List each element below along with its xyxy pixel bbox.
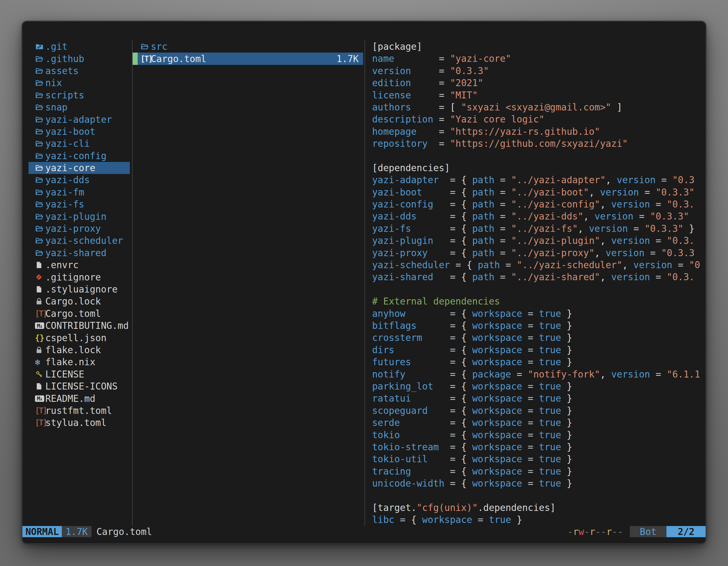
folder-row[interactable]: snap — [29, 101, 130, 113]
token-op: = — [500, 223, 511, 234]
file-row[interactable]: [T]rustfmt.toml — [29, 405, 130, 417]
token-string: "0.3.3 — [661, 248, 694, 259]
file-row[interactable]: [T]Cargo.toml — [29, 307, 130, 319]
token-op: = — [500, 175, 511, 186]
token-op: = — [639, 211, 650, 222]
file-row[interactable]: Cargo.lock — [29, 295, 130, 307]
file-row[interactable]: ❄flake.nix — [29, 356, 130, 368]
token-punct: { — [461, 223, 472, 234]
token-string: "0.3.3" — [650, 211, 689, 222]
token-op: = — [439, 102, 450, 113]
token-punct: { — [461, 429, 472, 440]
token-key: homepage — [372, 126, 439, 137]
folder-row[interactable]: yazi-fs — [29, 198, 130, 210]
folder-open-icon — [35, 224, 45, 233]
file-row[interactable]: [T]stylua.toml — [29, 417, 130, 429]
token-string: "0.3 — [672, 175, 694, 186]
token-op: = — [450, 429, 461, 440]
token-string: "../yazi-dds" — [511, 211, 583, 222]
token-op: = — [528, 332, 539, 343]
file-manager-content: .git.githubassetsnixscriptssnapyazi-adap… — [22, 41, 706, 526]
file-row[interactable]: M↓README.md — [29, 392, 130, 404]
permission-char: - — [617, 526, 623, 537]
token-op: = — [450, 381, 461, 392]
token-string: "6.1.1 — [667, 369, 700, 380]
token-punct: , — [600, 369, 611, 380]
folder-row[interactable]: yazi-fm — [29, 186, 130, 198]
token-key: workspace — [472, 454, 528, 464]
token-section: [target. — [372, 502, 417, 513]
file-row[interactable]: .gitignore — [29, 271, 130, 283]
folder-open-icon — [35, 127, 45, 136]
token-key: true — [539, 356, 567, 367]
file-row[interactable]: M↓CONTRIBUTING.md — [29, 319, 130, 332]
file-row[interactable]: {}cspell.json — [29, 332, 130, 344]
parent-file-list: .git.githubassetsnixscriptssnapyazi-adap… — [29, 41, 130, 429]
permission-char: w — [579, 526, 584, 537]
folder-row[interactable]: yazi-boot — [29, 126, 130, 138]
file-icon — [35, 261, 45, 269]
scroll-position-badge: Bot — [630, 526, 667, 537]
folder-row[interactable]: src — [133, 41, 363, 53]
token-key: libc — [372, 514, 400, 525]
token-string: "0.3. — [667, 199, 694, 210]
token-op: = — [439, 53, 450, 64]
folder-row[interactable]: .github — [29, 53, 130, 65]
token-string: "cfg(unix)" — [417, 502, 478, 513]
token-punct: { — [461, 393, 472, 404]
token-key: version — [595, 211, 639, 222]
file-row[interactable]: LICENSE-ICONS — [29, 380, 130, 392]
file-name: rustfmt.toml — [45, 405, 112, 416]
file-row[interactable]: flake.lock — [29, 344, 130, 356]
token-string: "../yazi-proxy" — [511, 248, 595, 259]
token-key: version — [611, 199, 656, 210]
folder-row[interactable]: nix — [29, 77, 130, 89]
file-row[interactable]: .styluaignore — [29, 283, 130, 295]
folder-row[interactable]: .git — [29, 41, 130, 53]
folder-row[interactable]: yazi-core — [29, 162, 130, 174]
preview-line: yazi-proxy = { path = "../yazi-proxy", v… — [372, 247, 706, 259]
file-row[interactable]: LICENSE — [29, 368, 130, 380]
folder-row[interactable]: yazi-adapter — [29, 113, 130, 125]
token-punct: { — [461, 187, 472, 198]
token-punct: , — [583, 211, 595, 222]
permission-char: r — [606, 526, 612, 537]
folder-row[interactable]: yazi-cli — [29, 138, 130, 150]
token-string: "0 — [689, 260, 700, 271]
preview-line: name = "yazi-core" — [372, 53, 706, 65]
file-size-badge: 1.7K — [62, 526, 91, 537]
token-key: name — [372, 53, 439, 64]
folder-open-icon — [35, 139, 45, 148]
file-name: flake.nix — [45, 356, 95, 367]
file-row[interactable]: .envrc — [29, 259, 130, 271]
folder-open-icon — [35, 236, 45, 245]
token-key: path — [472, 187, 500, 198]
token-punct: { — [461, 332, 472, 343]
token-punct: { — [461, 369, 472, 380]
folder-row[interactable]: yazi-dds — [29, 174, 130, 186]
folder-row[interactable]: yazi-plugin — [29, 210, 130, 222]
token-string: "../yazi-fs" — [511, 223, 578, 234]
token-section: [package] — [372, 41, 422, 52]
folder-row[interactable]: yazi-shared — [29, 247, 130, 259]
token-punct: { — [461, 466, 472, 477]
terminal-window: .git.githubassetsnixscriptssnapyazi-adap… — [22, 21, 706, 544]
folder-row[interactable]: scripts — [29, 89, 130, 101]
token-punct: , — [595, 248, 606, 259]
folder-row[interactable]: yazi-scheduler — [29, 235, 130, 247]
folder-open-icon — [35, 115, 45, 124]
preview-line: parking_lot = { workspace = true } — [372, 380, 706, 392]
preview-line — [372, 283, 706, 295]
folder-open-icon — [35, 152, 45, 160]
folder-row[interactable]: yazi-config — [29, 150, 130, 162]
token-op: = — [439, 138, 450, 149]
preview-line: yazi-scheduler = { path = "../yazi-sched… — [372, 259, 706, 271]
folder-row[interactable]: yazi-proxy — [29, 223, 130, 235]
file-row[interactable]: [T]Cargo.toml1.7K — [133, 53, 363, 65]
token-punct: , — [600, 199, 611, 210]
folder-row[interactable]: assets — [29, 65, 130, 77]
token-key: workspace — [472, 381, 528, 392]
file-size-label: 1.7K — [65, 526, 88, 537]
token-op: = — [450, 248, 461, 259]
token-op: = — [450, 175, 461, 186]
